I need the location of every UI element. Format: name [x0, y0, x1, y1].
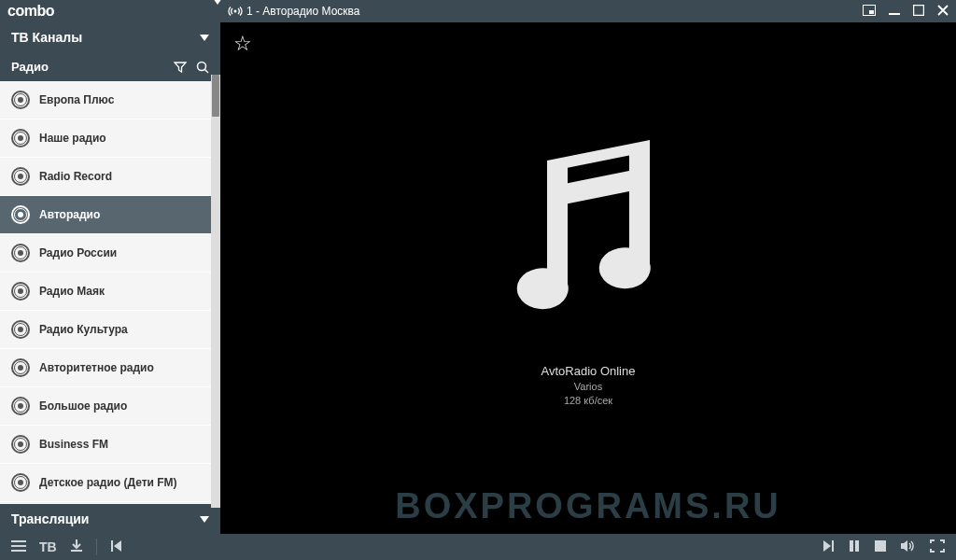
list-item[interactable]: Детское радио (Дети FM) [0, 464, 220, 502]
track-info: AvtoRadio Online Varios 128 кб/сек [541, 363, 636, 409]
svg-rect-10 [855, 540, 859, 552]
radio-icon [11, 320, 30, 339]
main-area: ТВ Каналы Радио Европа Плюс Наше радио R… [0, 22, 956, 534]
list-item[interactable]: Большое радио [0, 387, 220, 426]
svg-rect-3 [889, 13, 900, 15]
divider [96, 539, 97, 555]
chevron-down-icon [200, 516, 209, 523]
list-item-label: Авторитетное радио [39, 361, 154, 374]
track-bitrate: 128 кб/сек [541, 394, 636, 408]
radio-list[interactable]: Европа Плюс Наше радио Radio Record Авто… [0, 81, 220, 504]
svg-rect-6 [71, 550, 82, 552]
radio-icon [11, 244, 30, 262]
list-item[interactable]: Наше радио [0, 119, 220, 158]
compact-icon[interactable] [863, 4, 876, 19]
svg-rect-4 [914, 6, 924, 16]
sidebar: ТВ Каналы Радио Европа Плюс Наше радио R… [0, 22, 220, 534]
broadcasts-label: Трансляции [11, 511, 89, 526]
list-item[interactable]: Авторадио [0, 196, 220, 234]
radio-icon [11, 473, 30, 492]
scrollbar[interactable] [211, 75, 220, 508]
album-art-placeholder [485, 130, 691, 335]
app-logo: combo [7, 3, 213, 20]
track-title: AvtoRadio Online [541, 363, 636, 380]
title-dropdown-icon[interactable] [213, 5, 222, 18]
list-item-label: Радио Маяк [39, 285, 105, 298]
radio-label: Радио [11, 60, 49, 74]
broadcast-icon [228, 6, 243, 17]
radio-icon [11, 91, 30, 109]
maximize-icon[interactable] [913, 4, 924, 19]
radio-icon [11, 129, 30, 147]
tv-channels-header[interactable]: ТВ Каналы [0, 22, 220, 52]
svg-rect-7 [111, 540, 113, 552]
list-item[interactable]: Европа Плюс [0, 81, 220, 119]
list-item[interactable]: Радио Маяк [0, 273, 220, 311]
music-note-icon [485, 130, 691, 335]
list-item[interactable]: Business FM [0, 426, 220, 464]
chevron-down-icon [200, 35, 209, 41]
svg-rect-8 [832, 540, 834, 552]
radio-icon [11, 205, 30, 224]
list-item[interactable]: Radio Record [0, 158, 220, 196]
next-track-icon[interactable] [822, 539, 835, 555]
bottombar: ТВ [0, 534, 956, 560]
pause-icon[interactable] [848, 539, 861, 555]
list-item-label: Business FM [39, 438, 108, 451]
prev-track-icon[interactable] [110, 539, 123, 555]
stop-icon[interactable] [874, 539, 887, 555]
volume-icon[interactable] [900, 539, 917, 555]
scrollbar-thumb[interactable] [212, 75, 219, 117]
radio-icon [11, 167, 30, 186]
list-item[interactable]: Авторитетное радио [0, 349, 220, 387]
filter-icon[interactable] [174, 61, 187, 74]
list-item-label: Наше радио [39, 132, 106, 145]
list-item[interactable]: Радио России [0, 234, 220, 273]
list-item-label: Авторадио [39, 208, 100, 221]
list-item-label: Радио России [39, 246, 117, 259]
list-item-label: Radio Record [39, 170, 112, 183]
channel-label: 1 - Авторадио Москва [246, 5, 360, 18]
window-controls [863, 4, 949, 19]
tv-channels-label: ТВ Каналы [11, 30, 82, 45]
close-icon[interactable] [937, 4, 949, 19]
svg-point-5 [198, 62, 206, 70]
fullscreen-icon[interactable] [930, 539, 945, 555]
search-icon[interactable] [196, 61, 209, 74]
watermark: BOXPROGRAMS.RU [220, 486, 956, 526]
list-item-label: Большое радио [39, 399, 127, 413]
svg-rect-9 [850, 540, 853, 552]
radio-icon [11, 282, 30, 301]
list-item[interactable]: Радио Культура [0, 311, 220, 349]
minimize-icon[interactable] [889, 4, 900, 19]
radio-header[interactable]: Радио [0, 52, 220, 81]
radio-icon [11, 435, 30, 454]
svg-point-0 [233, 10, 236, 13]
svg-rect-2 [869, 10, 874, 14]
list-item-label: Европа Плюс [39, 93, 114, 106]
svg-rect-11 [875, 540, 886, 552]
tv-mode-button[interactable]: ТВ [39, 540, 57, 553]
list-item-label: Детское радио (Дети FM) [39, 476, 177, 489]
titlebar: combo 1 - Авторадио Москва [0, 0, 956, 22]
radio-icon [11, 358, 30, 377]
track-artist: Varios [541, 380, 636, 394]
broadcasts-header[interactable]: Трансляции [0, 504, 220, 534]
menu-icon[interactable] [11, 539, 26, 555]
favorite-star-icon[interactable]: ☆ [233, 32, 252, 56]
now-playing-title: 1 - Авторадио Москва [228, 5, 863, 18]
download-icon[interactable] [70, 539, 83, 555]
player-area: ☆ AvtoRadio Online Varios 128 кб/сек BOX… [220, 22, 956, 534]
list-item-label: Радио Культура [39, 323, 128, 336]
radio-icon [11, 397, 30, 415]
